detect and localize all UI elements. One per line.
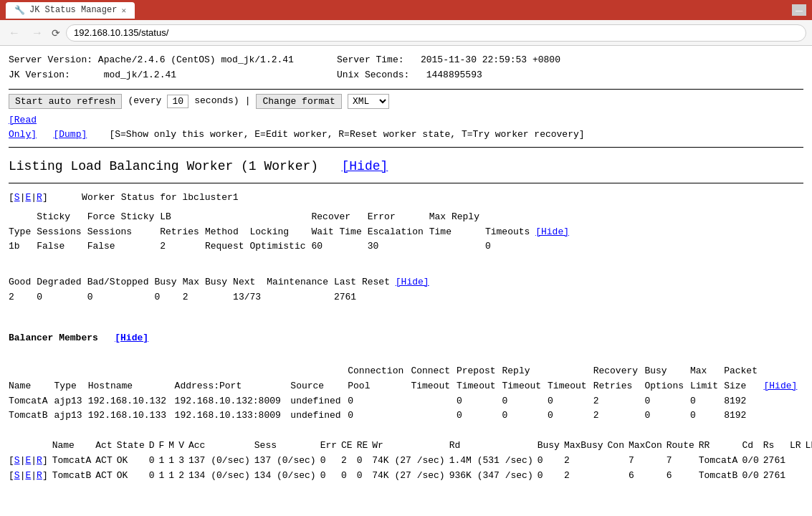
balancer-hide-link[interactable]: [Hide] [115, 333, 148, 343]
col-wait-h: Wait Time [312, 225, 368, 240]
det-lr-b [790, 469, 806, 484]
col-lb-retries-h: LB [160, 210, 205, 225]
worker-header-row1: Sticky Force Sticky LB Recover Error Max… [9, 210, 575, 225]
det-maxbusy-b: 2 [564, 469, 608, 484]
det-rr-a: TomcatA [699, 454, 742, 469]
det-err-a: 0 [320, 454, 341, 469]
det-col-sess-h: Sess [254, 439, 320, 454]
divider-2 [9, 147, 803, 148]
server-version-block: Server Version: Apache/2.4.6 (CentOS) mo… [9, 53, 294, 83]
toolbar: Start auto refresh (every seconds) | Cha… [9, 94, 803, 109]
worker-hide-link[interactable]: [Hide] [535, 226, 569, 237]
col-hostname-h [88, 364, 175, 379]
member-hostname-b: 192.168.10.133 [88, 408, 175, 424]
reload-button[interactable]: ⟳ [52, 27, 60, 39]
col-sessions-h: Sessions [37, 225, 87, 240]
det-act-b: ACT [95, 469, 116, 484]
members-header-row1: Connection Connect Prepost Reply Recover… [9, 364, 803, 379]
section-hide-link[interactable]: [Hide] [341, 159, 388, 173]
det-col-rd-h: Rd [449, 439, 538, 454]
det-wr-b: 74K (27 /sec) [372, 469, 449, 484]
col-force-sessions-h: Sessions [87, 225, 161, 240]
det-links-b: [S|E|R] [9, 469, 52, 484]
det-col-busy-h: Busy [538, 439, 564, 454]
good-hide-link[interactable]: [Hide] [396, 277, 429, 287]
member-address-b: 192.168.10.133:8009 [175, 408, 291, 424]
seconds-input[interactable] [167, 95, 188, 108]
col-hostname-h2: Hostname [88, 379, 175, 394]
change-format-button[interactable]: Change format [256, 94, 341, 109]
det-d-a: 0 [149, 454, 159, 469]
col-connect-timeout-h: Connect [411, 364, 457, 379]
format-select[interactable]: XML HTML TXT PROP [348, 94, 389, 109]
member-type-a: ajp13 [54, 394, 88, 409]
det-acc-b: 134 (0/sec) [188, 469, 254, 484]
det-reset-a[interactable]: R [37, 455, 42, 466]
det-le-b [806, 469, 812, 484]
back-button[interactable]: ← [6, 25, 23, 41]
busy-val: 0 [154, 290, 182, 305]
det-col-con-h: Con [608, 439, 629, 454]
det-reset-b[interactable]: R [37, 470, 42, 481]
member-source-a: undefined [290, 394, 348, 409]
bad-stopped-val: 0 [87, 290, 155, 305]
auto-refresh-button[interactable]: Start auto refresh [9, 94, 122, 109]
worker-edit-link[interactable]: E [25, 192, 31, 203]
det-edit-b[interactable]: E [25, 470, 31, 481]
col-mtype-h [54, 364, 88, 379]
det-name-b: TomcatB [52, 469, 96, 484]
page-content: Server Version: Apache/2.4.6 (CentOS) mo… [0, 46, 812, 490]
last-reset-val: 2761 [334, 290, 435, 305]
degraded-val: 0 [37, 290, 87, 305]
balancer-members-label: Balancer Members [Hide] [9, 331, 803, 346]
forward-button[interactable]: → [29, 25, 46, 41]
section-title: Listing Load Balancing Worker (1 Worker)… [9, 156, 803, 177]
dump-link[interactable]: [Dump] [53, 129, 87, 140]
good-header-row: Good Degraded Bad/Stopped Busy Max Busy … [9, 275, 435, 290]
col-prepost-timeout-h2: Timeout [457, 379, 502, 394]
col-m-timeout-h2: Timeout [548, 379, 593, 394]
member-limit-a: 0 [690, 394, 724, 409]
det-busy-a: 0 [538, 454, 564, 469]
member-pool-a: 0 [348, 394, 411, 409]
col-force-sticky-h: Force Sticky [87, 210, 161, 225]
det-show-a[interactable]: S [14, 455, 20, 466]
det-state-b: OK [117, 469, 149, 484]
det-edit-a[interactable]: E [25, 455, 31, 466]
worker-table: Sticky Force Sticky LB Recover Error Max… [9, 210, 575, 254]
seconds-label: seconds) [194, 94, 239, 109]
member-connect-timeout-a [411, 394, 457, 409]
minimize-button[interactable]: — [792, 4, 806, 16]
col-connection-pool-h: Connection [348, 364, 411, 379]
jk-version-label: JK Version: [9, 70, 70, 80]
col-type-h2: Type [9, 225, 37, 240]
col-prepost-timeout-h: Prepost [457, 364, 502, 379]
worker-show-link[interactable]: S [14, 192, 20, 203]
good-bad-table: Good Degraded Bad/Stopped Busy Max Busy … [9, 275, 435, 305]
members-hide-link[interactable]: [Hide] [764, 381, 798, 391]
det-ce-a: 2 [341, 454, 357, 469]
member-address-a: 192.168.10.132:8009 [175, 394, 291, 409]
col-source-h2: Source [290, 379, 348, 394]
det-m-b: 1 [168, 469, 178, 484]
tab-close-btn[interactable]: ✕ [121, 6, 126, 15]
worker-status-title: Worker Status for lbcluster1 [82, 191, 238, 206]
address-bar[interactable] [66, 24, 806, 42]
toolbar-separator: | [245, 94, 251, 109]
member-type-b: ajp13 [54, 408, 88, 424]
det-col-err-h: Err [320, 439, 341, 454]
member-name-b: TomcatB [9, 408, 54, 424]
browser-tab[interactable]: 🔧 JK Status Manager ✕ [6, 2, 135, 19]
det-show-b[interactable]: S [14, 470, 20, 481]
col-error-esc-h: Error [368, 210, 429, 225]
read-only-link[interactable]: [ReadOnly] [9, 115, 37, 140]
col-degraded-h: Degraded [37, 275, 87, 290]
next-val: 13/73 [233, 290, 267, 305]
det-maxcon-b: 6 [629, 469, 667, 484]
col-members-hide-h [764, 364, 803, 379]
worker-reset-link[interactable]: R [37, 192, 42, 203]
col-sticky-h: Sticky [37, 210, 87, 225]
col-time-h: Time [429, 225, 485, 240]
col-packet-size-h: Packet [724, 364, 763, 379]
col-name-h [9, 364, 54, 379]
